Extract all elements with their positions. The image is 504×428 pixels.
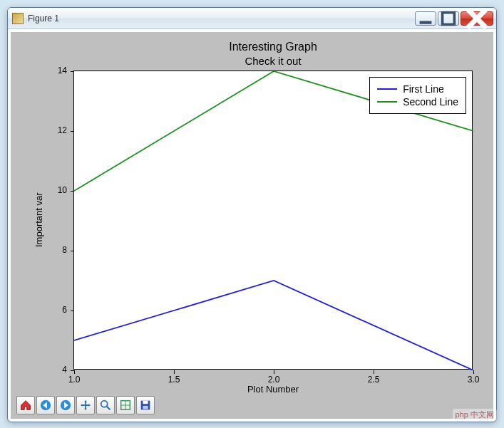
ytick-mark bbox=[71, 310, 74, 311]
svg-rect-13 bbox=[143, 406, 148, 409]
legend-swatch-0 bbox=[377, 88, 397, 90]
nav-toolbar bbox=[16, 396, 155, 414]
ytick-label: 10 bbox=[47, 185, 67, 195]
legend[interactable]: First Line Second Line bbox=[369, 77, 466, 114]
xtick-mark bbox=[174, 370, 175, 374]
zoom-icon bbox=[99, 399, 112, 412]
chart-subtitle: Check it out bbox=[73, 55, 473, 67]
window-title: Figure 1 bbox=[28, 14, 415, 24]
ytick-label: 4 bbox=[47, 365, 67, 375]
xtick-label: 1.5 bbox=[163, 375, 185, 385]
minimize-button[interactable] bbox=[415, 11, 436, 26]
xtick-label: 2.5 bbox=[363, 375, 384, 385]
legend-label-1: Second Line bbox=[403, 96, 458, 108]
pan-icon bbox=[79, 399, 92, 412]
back-button[interactable] bbox=[36, 396, 55, 414]
svg-line-7 bbox=[107, 407, 110, 410]
xtick-mark bbox=[274, 370, 274, 374]
ytick-mark bbox=[71, 251, 74, 251]
ytick-mark bbox=[71, 370, 74, 371]
close-icon bbox=[461, 7, 493, 34]
series-line-0 bbox=[74, 281, 473, 370]
zoom-button[interactable] bbox=[96, 396, 115, 414]
plot-area: Interesting Graph Check it out Important… bbox=[16, 38, 488, 387]
x-axis-label: Plot Number bbox=[73, 384, 473, 395]
subplots-icon bbox=[119, 399, 132, 412]
forward-icon bbox=[59, 399, 72, 412]
xtick-label: 2.0 bbox=[263, 375, 284, 385]
home-icon bbox=[19, 399, 32, 412]
legend-swatch-1 bbox=[377, 101, 397, 103]
ytick-label: 6 bbox=[47, 305, 67, 315]
svg-rect-1 bbox=[443, 12, 455, 24]
ytick-mark bbox=[71, 131, 74, 132]
subplots-button[interactable] bbox=[116, 396, 135, 414]
figure-canvas: Interesting Graph Check it out Important… bbox=[11, 32, 493, 419]
legend-entry-1: Second Line bbox=[377, 96, 458, 108]
ytick-label: 12 bbox=[47, 125, 67, 135]
titlebar[interactable]: Figure 1 bbox=[8, 8, 496, 29]
xtick-mark bbox=[74, 370, 75, 374]
y-axis-label: Important var bbox=[32, 71, 45, 370]
plot-lines bbox=[74, 71, 473, 370]
forward-button[interactable] bbox=[56, 396, 75, 414]
xtick-mark bbox=[374, 370, 374, 374]
legend-entry-0: First Line bbox=[377, 83, 458, 95]
ytick-label: 14 bbox=[47, 66, 67, 75]
window-controls bbox=[415, 11, 493, 26]
xtick-label: 1.0 bbox=[63, 375, 85, 385]
close-button[interactable] bbox=[461, 11, 493, 26]
svg-point-6 bbox=[101, 401, 108, 407]
app-icon bbox=[12, 13, 24, 24]
pan-button[interactable] bbox=[76, 396, 95, 414]
svg-rect-12 bbox=[143, 401, 148, 404]
home-button[interactable] bbox=[16, 396, 35, 414]
axes[interactable]: First Line Second Line 1.01.52.02.53.046… bbox=[73, 71, 473, 370]
chart-title: Interesting Graph bbox=[73, 41, 473, 53]
back-icon bbox=[39, 399, 52, 412]
watermark: php 中文网 bbox=[453, 409, 497, 421]
save-button[interactable] bbox=[136, 396, 155, 414]
ytick-mark bbox=[71, 191, 74, 192]
minimize-icon bbox=[416, 9, 436, 28]
save-icon bbox=[139, 399, 152, 412]
maximize-icon bbox=[438, 9, 458, 28]
legend-label-0: First Line bbox=[403, 83, 444, 95]
figure-window: Figure 1 Interesting Graph Check it out … bbox=[7, 7, 497, 422]
ytick-label: 8 bbox=[47, 245, 67, 255]
xtick-label: 3.0 bbox=[463, 375, 484, 385]
ytick-mark bbox=[71, 71, 74, 72]
maximize-button[interactable] bbox=[438, 11, 459, 26]
xtick-mark bbox=[473, 370, 474, 374]
